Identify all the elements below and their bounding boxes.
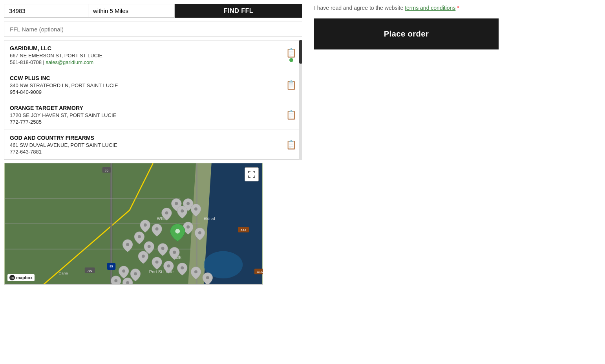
ffl-phone: 772-643-7881 (10, 149, 278, 155)
terms-text: I have read and agree to the website ter… (314, 4, 597, 12)
document-icon: 📋 (286, 81, 296, 90)
svg-point-53 (126, 281, 129, 284)
svg-point-47 (181, 266, 184, 269)
svg-point-49 (206, 276, 209, 279)
ffl-list-item[interactable]: GOD AND COUNTRY FIREARMS 461 SW DUVAL AV… (4, 130, 302, 159)
svg-point-40 (126, 243, 129, 246)
ffl-select-icon[interactable]: 📋 (286, 111, 296, 119)
svg-point-32 (181, 209, 184, 212)
svg-point-37 (186, 225, 190, 229)
svg-point-51 (134, 272, 137, 275)
selected-indicator (289, 58, 293, 62)
ffl-name-row (4, 22, 302, 37)
ffl-phone: 561-818-0708 | sales@garidium.com (10, 59, 278, 65)
svg-point-45 (155, 260, 159, 263)
svg-text:A1A: A1A (241, 229, 247, 232)
document-icon: 📋 (286, 49, 296, 57)
terms-link[interactable]: terms and conditions (405, 5, 455, 11)
left-panel: within 5 Miles within 10 Miles within 25… (0, 0, 306, 364)
svg-text:Cana: Cana (58, 271, 68, 275)
ffl-select-icon[interactable]: 📋 (286, 49, 296, 62)
ffl-name: GARIDIUM, LLC (10, 45, 278, 51)
svg-point-30 (165, 211, 168, 214)
ffl-address: 667 NE EMERSON ST, PORT ST LUCIE (10, 53, 278, 59)
ffl-email-link[interactable]: sales@garidium.com (46, 59, 94, 65)
ffl-select-icon[interactable]: 📋 (286, 141, 296, 149)
ffl-list-item[interactable]: ORANGE TARGET ARMORY 1720 SE JOY HAVEN S… (4, 100, 302, 130)
scroll-thumb[interactable] (299, 40, 302, 64)
svg-text:70: 70 (105, 169, 108, 172)
ffl-list-item[interactable]: CCW PLUS INC 340 NW STRATFORD LN, PORT S… (4, 70, 302, 100)
svg-point-35 (144, 223, 147, 227)
miles-select[interactable]: within 5 Miles within 10 Miles within 25… (88, 4, 175, 18)
ffl-address: 461 SW DUVAL AVENUE, PORT SAINT LUCIE (10, 142, 278, 148)
scrollbar[interactable] (299, 40, 302, 160)
place-order-button[interactable]: Place order (314, 18, 499, 49)
zip-input[interactable] (4, 4, 88, 18)
svg-point-28 (186, 202, 190, 205)
svg-text:Eldred: Eldred (204, 216, 215, 221)
svg-point-38 (198, 231, 201, 234)
ffl-address: 1720 SE JOY HAVEN ST, PORT SAINT LUCIE (10, 112, 278, 118)
ffl-phone: 954-840-9009 (10, 89, 278, 95)
svg-point-48 (194, 270, 197, 273)
document-icon: 📋 (286, 141, 296, 149)
search-row: within 5 Miles within 10 Miles within 25… (4, 4, 302, 18)
ffl-name: ORANGE TARGET ARMORY (10, 105, 278, 111)
svg-point-41 (148, 245, 151, 248)
svg-point-52 (114, 279, 117, 282)
map-background: 95 70 709 A1A A1A White Park Port St Luc… (4, 163, 263, 284)
svg-text:709: 709 (87, 269, 93, 273)
ffl-name: CCW PLUS INC (10, 75, 278, 81)
svg-point-46 (167, 264, 170, 267)
ffl-list: GARIDIUM, LLC 667 NE EMERSON ST, PORT ST… (4, 40, 302, 160)
map-container: 95 70 709 A1A A1A White Park Port St Luc… (4, 163, 263, 285)
map-svg: 95 70 709 A1A A1A White Park Port St Luc… (4, 163, 263, 284)
mapbox-logo: m mapbox (7, 274, 35, 281)
svg-text:A1A: A1A (257, 270, 263, 274)
svg-point-34 (194, 207, 197, 210)
svg-point-44 (142, 254, 145, 258)
ffl-name-input[interactable] (4, 22, 302, 37)
ffl-list-wrapper: GARIDIUM, LLC 667 NE EMERSON ST, PORT ST… (4, 40, 302, 160)
expand-map-button[interactable] (245, 167, 259, 181)
expand-icon (248, 171, 255, 178)
ffl-list-item[interactable]: GARIDIUM, LLC 667 NE EMERSON ST, PORT ST… (4, 40, 302, 70)
svg-point-43 (173, 251, 176, 254)
ffl-name: GOD AND COUNTRY FIREARMS (10, 135, 278, 141)
svg-point-55 (175, 229, 180, 234)
svg-point-36 (155, 227, 159, 230)
ffl-address: 340 NW STRATFORD LN, PORT SAINT LUCIE (10, 82, 278, 88)
mapbox-logo-text: mapbox (16, 275, 33, 280)
svg-point-39 (138, 235, 141, 238)
ffl-phone: 772-777-2585 (10, 119, 278, 125)
mapbox-logo-icon: m (9, 275, 15, 280)
svg-point-50 (122, 269, 125, 273)
right-panel: I have read and agree to the website ter… (306, 0, 605, 364)
document-icon: 📋 (286, 111, 296, 119)
required-star: * (457, 5, 459, 11)
ffl-select-icon[interactable]: 📋 (286, 81, 296, 90)
svg-point-42 (161, 247, 165, 250)
svg-text:95: 95 (110, 265, 113, 268)
svg-point-26 (175, 202, 178, 205)
find-ffl-button[interactable]: FIND FFL (175, 4, 302, 18)
